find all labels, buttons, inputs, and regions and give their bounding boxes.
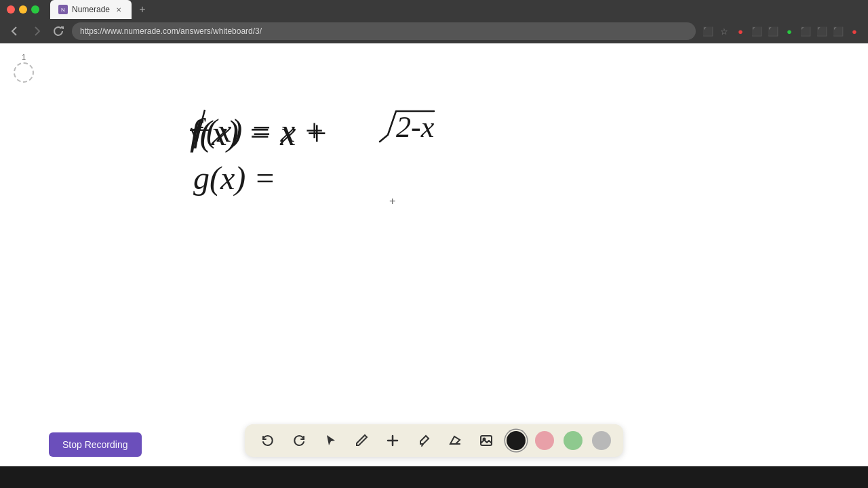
toolbar: [245, 424, 623, 457]
color-gray-button[interactable]: [592, 431, 611, 450]
extension4-icon[interactable]: ⬛: [799, 24, 812, 38]
tab-favicon: N: [58, 5, 68, 14]
browser-chrome: N Numerade ✕ + https://www.numerade.com/…: [0, 0, 868, 43]
page-number: 1: [22, 53, 26, 61]
url-text: https://www.numerade.com/answers/whitebo…: [80, 26, 262, 36]
nav-bar: https://www.numerade.com/answers/whitebo…: [0, 19, 868, 43]
back-button[interactable]: [7, 23, 23, 39]
extension1-icon[interactable]: ⬛: [750, 24, 764, 38]
pen-button[interactable]: [351, 430, 372, 451]
screen-share-icon[interactable]: ⬛: [701, 24, 715, 38]
minimize-window-button[interactable]: [19, 5, 27, 14]
svg-rect-12: [481, 436, 492, 445]
svg-text:(x) = x +: (x) = x +: [206, 113, 325, 149]
main-content: 1 f(x) = x + f: [0, 43, 868, 466]
color-green-button[interactable]: [564, 431, 583, 450]
tab-title: Numerade: [72, 5, 110, 14]
traffic-lights: [7, 5, 39, 14]
title-bar: N Numerade ✕ +: [0, 0, 868, 19]
nav-icons-right: ⬛ ☆ ● ⬛ ⬛ ● ⬛ ⬛ ⬛ ●: [701, 24, 861, 38]
math-equations: f(x) = x + f (x) = x +: [190, 98, 475, 236]
tab-close-button[interactable]: ✕: [114, 5, 123, 14]
add-button[interactable]: [382, 430, 403, 451]
close-window-button[interactable]: [7, 5, 15, 14]
svg-text:g(x) =: g(x) =: [193, 160, 276, 197]
extensions-icon[interactable]: ●: [734, 24, 747, 38]
address-bar[interactable]: https://www.numerade.com/answers/whitebo…: [72, 22, 696, 40]
redo-button[interactable]: [288, 430, 310, 451]
page-circle: [14, 62, 34, 83]
refresh-button[interactable]: [50, 23, 66, 39]
color-pink-button[interactable]: [535, 431, 554, 450]
bookmark-icon[interactable]: ☆: [717, 24, 731, 38]
menu-icon[interactable]: ●: [848, 24, 861, 38]
stop-recording-button[interactable]: Stop Recording: [49, 432, 142, 457]
tab-bar: N Numerade ✕ +: [45, 0, 861, 20]
eraser-button[interactable]: [444, 430, 466, 451]
pointer-button[interactable]: [319, 430, 341, 451]
extension3-icon[interactable]: ●: [783, 24, 796, 38]
page-indicator: 1: [14, 53, 34, 83]
profile-icon[interactable]: ⬛: [831, 24, 845, 38]
new-tab-button[interactable]: +: [134, 1, 151, 18]
maximize-window-button[interactable]: [31, 5, 39, 14]
forward-button[interactable]: [28, 23, 45, 39]
highlighter-button[interactable]: [413, 430, 435, 451]
extension5-icon[interactable]: ⬛: [815, 24, 829, 38]
undo-button[interactable]: [257, 430, 279, 451]
math-svg: f(x) = x + f (x) = x +: [190, 98, 475, 233]
extension2-icon[interactable]: ⬛: [766, 24, 780, 38]
browser-tab[interactable]: N Numerade ✕: [50, 0, 132, 19]
image-button[interactable]: [475, 430, 497, 451]
whiteboard[interactable]: 1 f(x) = x + f: [0, 43, 868, 466]
svg-text:2-x: 2-x: [396, 110, 435, 144]
color-black-button[interactable]: [507, 431, 526, 450]
